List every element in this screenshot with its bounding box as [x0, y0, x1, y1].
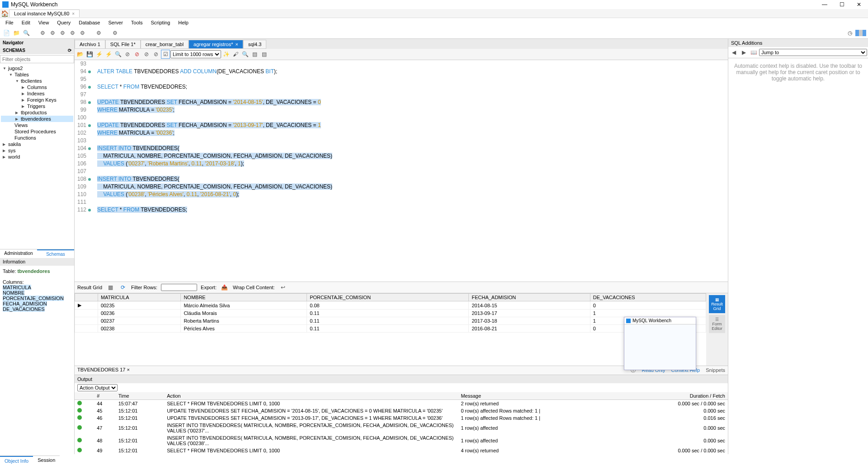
close-button[interactable]: ✕: [852, 0, 866, 9]
wrap-icon[interactable]: ↩: [278, 283, 288, 292]
sql-tab[interactable]: crear_borrar_tabl: [141, 40, 189, 49]
explain-icon[interactable]: 🔍: [113, 50, 123, 59]
tool-icon[interactable]: ▤: [259, 50, 269, 59]
nav-prev-icon[interactable]: ◀: [729, 48, 738, 57]
tree-item[interactable]: Views: [1, 122, 73, 128]
minimize-button[interactable]: —: [818, 0, 831, 9]
sql-editor[interactable]: 9394959697989910010110210310410510610710…: [75, 60, 728, 282]
tree-item[interactable]: ▶sakila: [1, 141, 73, 147]
tree-item[interactable]: ▶Columns: [1, 84, 73, 90]
tree-item[interactable]: ▶world: [1, 154, 73, 160]
navigator-title: Navigator: [0, 39, 74, 47]
open-file-icon[interactable]: 📁: [12, 28, 21, 38]
tree-item[interactable]: ▶sys: [1, 147, 73, 154]
app-icon: [626, 319, 631, 323]
menu-file[interactable]: File: [2, 19, 17, 26]
tab-schemas[interactable]: Schemas: [37, 249, 74, 258]
filter-rows-label: Filter Rows:: [131, 285, 157, 290]
autocommit-icon[interactable]: ☑: [161, 50, 170, 59]
filter-objects-input[interactable]: [0, 55, 74, 63]
tool-icon[interactable]: 🖌: [231, 50, 240, 59]
stop-icon[interactable]: ⊘: [123, 50, 132, 59]
menu-edit[interactable]: Edit: [18, 19, 34, 26]
tree-item[interactable]: Stored Procedures: [1, 128, 73, 135]
export-icon[interactable]: 📤: [220, 283, 229, 292]
form-editor-button[interactable]: ☰Form Editor: [709, 315, 725, 333]
result-side-toolbar: ▦Result Grid ☰Form Editor: [706, 293, 728, 366]
result-tab[interactable]: TBVENDEDORES 17: [77, 367, 125, 372]
output-type-select[interactable]: Action Output: [77, 384, 118, 391]
sql-additions-title: SQL Additions: [728, 39, 868, 47]
beautify-icon[interactable]: ✨: [222, 50, 231, 59]
information-body: Table: tbvendedores Columns: MATRICULANO…: [0, 266, 74, 454]
tree-item[interactable]: ▼tbclientes: [1, 78, 73, 84]
sql-tab[interactable]: Archivo 1: [75, 40, 105, 49]
save-icon[interactable]: 💾: [85, 50, 94, 59]
execute-icon[interactable]: ⚡: [94, 50, 104, 59]
tool-icon[interactable]: ⚙: [110, 28, 119, 38]
connection-tab-label: Local instance MySQL80: [14, 11, 69, 16]
inspector-icon[interactable]: 🔍: [22, 28, 31, 38]
tool-icon[interactable]: ⚙: [78, 28, 87, 38]
titlebar: MySQL Workbench — ☐ ✕: [0, 0, 868, 9]
tree-item[interactable]: ▶tbvendedores: [1, 116, 73, 122]
tool-icon[interactable]: ⚙: [48, 28, 57, 38]
menubar: FileEditViewQueryDatabaseServerToolsScri…: [0, 18, 868, 27]
tool-icon[interactable]: ⚙: [68, 28, 77, 38]
tool-icon[interactable]: ▤: [250, 50, 259, 59]
result-grid[interactable]: MATRICULANOMBREPORCENTAJE_COMISIONFECHA_…: [75, 293, 706, 366]
nav-next-icon[interactable]: ▶: [739, 48, 748, 57]
open-icon[interactable]: 📂: [75, 50, 85, 59]
result-grid-button[interactable]: ▦Result Grid: [709, 295, 725, 313]
navigator-bottom-tabs: Administration Schemas: [0, 249, 74, 258]
snippets-tab[interactable]: Snippets: [706, 367, 725, 373]
refresh-icon[interactable]: ⟳: [68, 48, 71, 53]
connection-tabs: 🏠 Local instance MySQL80 ×: [0, 9, 868, 18]
execute-step-icon[interactable]: ⚡: [104, 50, 113, 59]
menu-server[interactable]: Server: [104, 19, 126, 26]
jump-to-select[interactable]: Jump to: [759, 49, 867, 56]
panel-toggle[interactable]: [855, 30, 866, 36]
sql-editor-tabs: Archivo 1SQL File 1*crear_borrar_tablagr…: [75, 39, 728, 49]
sql-tab[interactable]: SQL File 1*: [105, 40, 141, 49]
menu-tools[interactable]: Tools: [127, 19, 146, 26]
connection-tab[interactable]: Local instance MySQL80 ×: [9, 9, 80, 17]
sql-tab[interactable]: agregar registros*×: [189, 40, 243, 49]
menu-view[interactable]: View: [35, 19, 53, 26]
main-toolbar: 📄 📁 🔍 ⚙ ⚙ ⚙ ⚙ ⚙ ⚙ ⚙ ◷: [0, 27, 868, 39]
tree-item[interactable]: ▶Triggers: [1, 103, 73, 109]
grid-icon[interactable]: ▦: [106, 283, 115, 292]
commit-icon[interactable]: ⊘: [142, 50, 151, 59]
find-icon[interactable]: 🔍: [241, 50, 250, 59]
tool-icon[interactable]: ⚙: [58, 28, 67, 38]
maximize-button[interactable]: ☐: [835, 0, 849, 9]
refresh-icon[interactable]: ⟳: [118, 283, 127, 292]
menu-database[interactable]: Database: [75, 19, 104, 26]
close-tab-icon[interactable]: ×: [72, 11, 75, 16]
schema-tree: ▼jugos2▼Tables▼tbclientes▶Columns▶Indexe…: [0, 64, 74, 249]
menu-help[interactable]: Help: [175, 19, 192, 26]
limit-rows-select[interactable]: Limit to 1000 rows: [170, 50, 221, 58]
stop-icon[interactable]: ⊘: [132, 50, 142, 59]
rollback-icon[interactable]: ⊘: [151, 50, 160, 59]
menu-query[interactable]: Query: [53, 19, 74, 26]
tree-item[interactable]: ▼Tables: [1, 71, 73, 78]
home-icon[interactable]: 🏠: [0, 9, 9, 18]
sql-tab[interactable]: sql4.3: [243, 40, 266, 49]
tree-item[interactable]: Functions: [1, 135, 73, 141]
tool-icon[interactable]: ⚙: [38, 28, 47, 38]
close-icon[interactable]: ×: [127, 367, 129, 372]
tree-item[interactable]: ▼jugos2: [1, 65, 73, 71]
tool-icon[interactable]: ⚙: [94, 28, 103, 38]
tab-administration[interactable]: Administration: [0, 249, 37, 258]
help-icon[interactable]: 📖: [749, 48, 758, 57]
output-table: #TimeActionMessageDuration / Fetch4415:0…: [75, 392, 728, 454]
new-sql-tab-icon[interactable]: 📄: [2, 28, 11, 38]
tree-item[interactable]: ▶Foreign Keys: [1, 97, 73, 103]
tree-item[interactable]: ▶Indexes: [1, 90, 73, 97]
tool-icon[interactable]: ◷: [845, 28, 854, 38]
tree-item[interactable]: ▶tbproductos: [1, 109, 73, 116]
filter-rows-input[interactable]: [161, 284, 197, 291]
app-title: MySQL Workbench: [11, 1, 57, 8]
menu-scripting[interactable]: Scripting: [147, 19, 174, 26]
